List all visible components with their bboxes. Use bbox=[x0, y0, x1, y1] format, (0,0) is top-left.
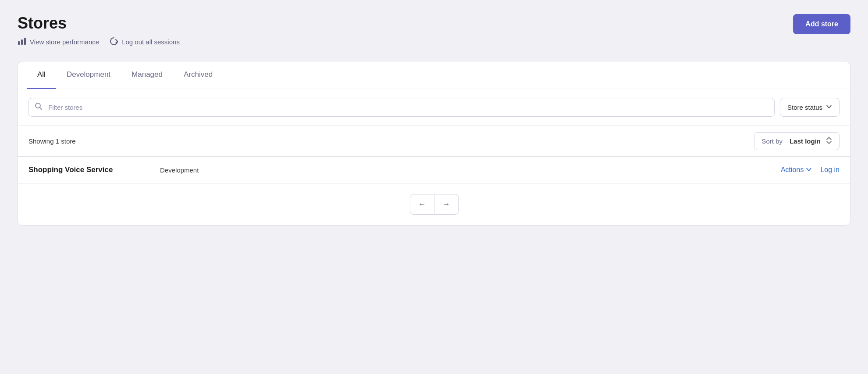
store-status-label: Store status bbox=[787, 104, 822, 111]
add-store-button[interactable]: Add store bbox=[793, 14, 850, 34]
tab-managed[interactable]: Managed bbox=[121, 61, 173, 89]
svg-rect-1 bbox=[21, 40, 23, 45]
main-card: All Development Managed Archived Store s… bbox=[18, 61, 850, 226]
prev-page-button[interactable]: ← bbox=[410, 194, 434, 215]
logout-icon bbox=[110, 37, 118, 47]
page-header: Stores View store performance bbox=[18, 14, 850, 47]
logout-sessions-link[interactable]: Log out all sessions bbox=[110, 37, 180, 47]
svg-rect-0 bbox=[18, 41, 20, 45]
store-status-dropdown[interactable]: Store status bbox=[780, 98, 840, 117]
login-button[interactable]: Log in bbox=[820, 166, 840, 174]
actions-button[interactable]: Actions bbox=[781, 166, 811, 174]
tab-all[interactable]: All bbox=[27, 61, 56, 89]
results-row: Showing 1 store Sort by Last login bbox=[18, 126, 850, 157]
sort-dropdown[interactable]: Sort by Last login bbox=[754, 132, 840, 150]
sort-value: Last login bbox=[790, 137, 821, 145]
pagination-row: ← → bbox=[18, 183, 850, 225]
store-type: Development bbox=[160, 166, 781, 174]
logout-sessions-label: Log out all sessions bbox=[122, 38, 180, 46]
search-input[interactable] bbox=[28, 98, 775, 117]
search-wrapper bbox=[28, 98, 775, 117]
header-actions: View store performance Log out all sessi… bbox=[18, 37, 180, 47]
store-name: Shopping Voice Service bbox=[28, 165, 160, 174]
store-row: Shopping Voice Service Development Actio… bbox=[18, 157, 850, 183]
header-left: Stores View store performance bbox=[18, 14, 180, 47]
actions-label: Actions bbox=[781, 166, 804, 174]
view-performance-label: View store performance bbox=[30, 38, 99, 46]
chart-icon bbox=[18, 37, 26, 47]
actions-chevron-icon bbox=[806, 166, 811, 174]
view-performance-link[interactable]: View store performance bbox=[18, 37, 99, 47]
sort-arrows-icon bbox=[826, 137, 832, 145]
next-page-button[interactable]: → bbox=[434, 194, 459, 215]
store-row-actions: Actions Log in bbox=[781, 166, 840, 174]
tab-development[interactable]: Development bbox=[56, 61, 121, 89]
page-title: Stores bbox=[18, 14, 180, 32]
sort-label: Sort by bbox=[761, 137, 783, 145]
chevron-down-icon bbox=[826, 104, 832, 111]
svg-rect-2 bbox=[24, 38, 26, 45]
tabs-container: All Development Managed Archived bbox=[18, 61, 850, 89]
filter-row: Store status bbox=[18, 89, 850, 126]
tab-archived[interactable]: Archived bbox=[173, 61, 223, 89]
showing-count: Showing 1 store bbox=[28, 137, 76, 145]
